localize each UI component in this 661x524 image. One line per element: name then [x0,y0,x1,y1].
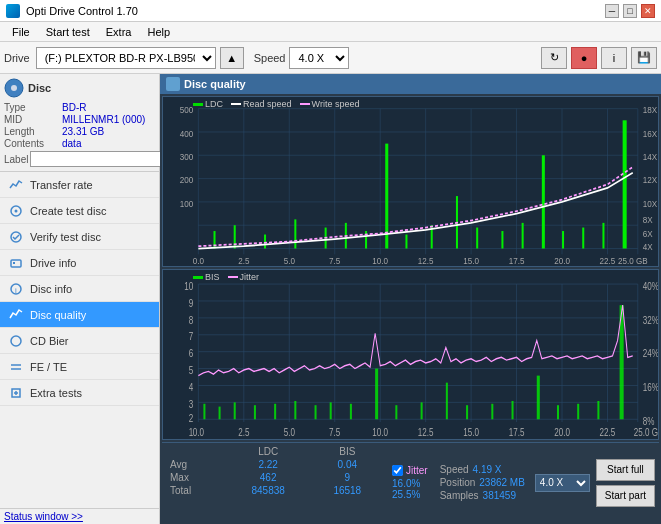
svg-text:25.0 GB: 25.0 GB [618,255,648,266]
svg-rect-124 [421,402,423,419]
svg-text:10.0: 10.0 [372,426,388,439]
extra-tests-icon [8,385,24,401]
ldc-legend: LDC Read speed Write speed [193,99,359,109]
disc-contents-value: data [62,138,155,149]
svg-text:8X: 8X [643,214,653,225]
svg-rect-115 [234,402,236,419]
jitter-checkbox[interactable] [392,465,403,476]
svg-rect-125 [446,383,448,420]
ldc-chart-svg: 500 400 300 200 100 18X 16X 14X 12X 10X … [163,97,658,266]
refresh-button[interactable]: ↻ [541,47,567,69]
main-area: Disc Type BD-R MID MILLENMR1 (000) Lengt… [0,74,661,524]
svg-rect-127 [491,404,493,419]
sidebar-item-cd-bier-label: CD Bier [30,335,69,347]
svg-rect-114 [219,407,221,420]
svg-rect-132 [597,401,599,419]
maximize-button[interactable]: □ [623,4,637,18]
disc-type-row: Type BD-R [4,102,155,113]
disc-quality-header-icon [166,77,180,91]
title-bar-controls: ─ □ ✕ [605,4,655,18]
sidebar-item-disc-quality[interactable]: Disc quality [0,302,159,328]
svg-text:14X: 14X [643,151,658,162]
speed-select[interactable]: 4.0 X 2.0 X 1.0 X [289,47,349,69]
save-button[interactable]: 💾 [631,47,657,69]
settings-button[interactable]: ● [571,47,597,69]
svg-text:20.0: 20.0 [554,255,570,266]
svg-text:7: 7 [189,330,193,343]
stats-col-empty [166,445,226,458]
sidebar-item-verify-test-disc[interactable]: Verify test disc [0,224,159,250]
jitter-max: 25.5% [392,489,428,500]
svg-text:15.0: 15.0 [463,426,479,439]
menu-help[interactable]: Help [139,24,178,40]
disc-header: Disc [4,78,155,98]
status-window-button[interactable]: Status window >> [4,511,83,522]
svg-rect-116 [254,405,256,419]
disc-info-section: Disc Type BD-R MID MILLENMR1 (000) Lengt… [0,74,159,172]
svg-rect-118 [294,401,296,419]
svg-rect-122 [375,369,378,420]
sidebar-item-transfer-rate[interactable]: Transfer rate [0,172,159,198]
svg-point-3 [15,209,18,212]
right-panel: Disc quality LDC Read speed [160,74,661,524]
minimize-button[interactable]: ─ [605,4,619,18]
speed-select-section: 4.0 X 2.0 X [533,445,592,520]
svg-text:40%: 40% [643,279,658,292]
menu-extra[interactable]: Extra [98,24,140,40]
test-speed-select[interactable]: 4.0 X 2.0 X [535,474,590,492]
svg-rect-72 [542,155,545,248]
disc-label-row: Label ✎ [4,151,155,167]
action-buttons: Start full Start part [596,445,655,520]
svg-text:100: 100 [180,198,194,209]
sidebar-item-create-test-disc[interactable]: Create test disc [0,198,159,224]
svg-point-9 [11,336,21,346]
start-full-button[interactable]: Start full [596,459,655,481]
disc-label-label: Label [4,154,28,165]
svg-text:17.5: 17.5 [509,255,525,266]
eject-button[interactable]: ▲ [220,47,244,69]
svg-rect-75 [602,223,604,249]
samples-value: 381459 [483,490,516,501]
app-icon [6,4,20,18]
svg-text:9: 9 [189,296,193,309]
svg-text:10.0: 10.0 [372,255,388,266]
stats-avg-label: Avg [166,458,226,471]
jitter-label: Jitter [406,465,428,476]
stats-total-bis: 16518 [311,484,384,497]
stats-col-bis: BIS [311,445,384,458]
disc-label-input[interactable] [30,151,163,167]
left-panel: Disc Type BD-R MID MILLENMR1 (000) Lengt… [0,74,160,524]
jitter-section: Jitter 16.0% 25.5% [388,445,432,520]
disc-quality-header: Disc quality [160,74,661,94]
disc-info-icon: i [8,281,24,297]
sidebar-item-drive-info[interactable]: Drive info [0,250,159,276]
menu-file[interactable]: File [4,24,38,40]
stats-max-bis: 9 [311,471,384,484]
svg-text:200: 200 [180,175,194,186]
sidebar-item-cd-bier[interactable]: CD Bier [0,328,159,354]
sidebar-item-fe-te[interactable]: FE / TE [0,354,159,380]
disc-mid-label: MID [4,114,62,125]
sidebar-item-disc-quality-label: Disc quality [30,309,86,321]
svg-text:4X: 4X [643,241,653,252]
svg-rect-130 [557,405,559,419]
menu-start-test[interactable]: Start test [38,24,98,40]
disc-contents-row: Contents data [4,138,155,149]
sidebar-item-disc-info[interactable]: i Disc info [0,276,159,302]
create-test-disc-icon [8,203,24,219]
svg-text:300: 300 [180,151,194,162]
disc-type-value: BD-R [62,102,155,113]
sidebar-item-extra-tests[interactable]: Extra tests [0,380,159,406]
svg-text:2: 2 [189,412,193,425]
close-button[interactable]: ✕ [641,4,655,18]
nav-list: Transfer rate Create test disc Verify te… [0,172,159,406]
info-button[interactable]: i [601,47,627,69]
svg-text:32%: 32% [643,313,658,326]
drive-select[interactable]: (F:) PLEXTOR BD-R PX-LB950SA 1.06 [36,47,216,69]
disc-contents-label: Contents [4,138,62,149]
disc-mid-value: MILLENMR1 (000) [62,114,155,125]
sidebar-item-transfer-rate-label: Transfer rate [30,179,93,191]
jitter-avg: 16.0% [392,478,428,489]
start-part-button[interactable]: Start part [596,485,655,507]
ldc-legend-write: Write speed [300,99,360,109]
